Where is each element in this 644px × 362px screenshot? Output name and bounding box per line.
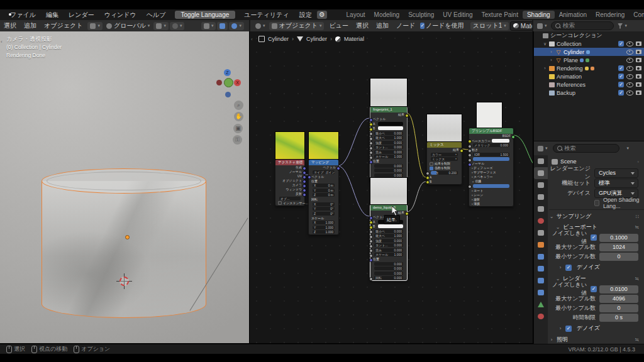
disable-render-icon[interactable] [636, 82, 641, 87]
node-value-field[interactable]: コント...0.000 [374, 145, 403, 149]
node-value-field[interactable]: 0.000 [374, 164, 403, 168]
properties-tab-output[interactable] [534, 179, 548, 191]
node-menu-3[interactable]: ノード [392, 21, 419, 30]
node-value-field[interactable]: 最大ベ1.000 [374, 234, 403, 238]
node-value-field[interactable]: 0.000 [374, 266, 403, 270]
node-row[interactable]: 0.000 [370, 266, 407, 271]
noise-threshold-checkbox[interactable]: ✓ [591, 234, 597, 241]
disable-render-icon[interactable] [636, 41, 641, 46]
exclude-checkbox[interactable]: ✓ [618, 82, 624, 87]
workspace-tab-shading[interactable]: Shading [523, 11, 555, 19]
prop-value-0 s[interactable]: 0 s [599, 314, 638, 322]
hide-eye-icon[interactable] [626, 66, 633, 71]
section-サンプリング[interactable]: ⌄サンプリング⁞⁞ [549, 211, 644, 222]
node-row[interactable]: X0° [309, 202, 338, 207]
node-row[interactable]: Z0° [309, 212, 338, 216]
toggle-language-button[interactable]: Toggle Language [175, 11, 236, 19]
node-row[interactable]: 結果を制限 [427, 162, 462, 166]
hide-eye-icon[interactable] [626, 90, 633, 96]
node-value-field[interactable]: Z1.000 [313, 230, 335, 234]
node-row[interactable]: 0.000 [370, 262, 407, 266]
node-value-field[interactable]: IOR1.500 [473, 153, 509, 156]
proportional-edit-dropdown[interactable]: ▾ [170, 22, 185, 30]
node-row[interactable]: カラー▾ [427, 153, 462, 157]
lock-view-icon[interactable]: ⚿ [233, 135, 242, 145]
transform-orientation-dropdown[interactable]: グローバル ▾ [104, 22, 152, 30]
node-value-field[interactable]: 0.000 [374, 173, 403, 177]
node-dropdown[interactable]: タイプ: ポイント▾ [313, 170, 335, 174]
node-value-field[interactable]: Z0° [313, 212, 335, 216]
node-slider[interactable]: アルファ1.000 [473, 157, 509, 161]
node-row[interactable]: 反射 [275, 192, 304, 196]
node-row[interactable]: タイプ: ポイント▾ [309, 170, 338, 175]
addon-menu-1[interactable]: 設定 [294, 11, 317, 19]
exclude-checkbox[interactable]: ✓ [618, 41, 624, 47]
settings-gear-icon[interactable]: ⚙ [317, 11, 327, 19]
node-row[interactable]: スケール1.000 [370, 253, 407, 257]
region-collapse-arrow[interactable]: ‹ [1, 39, 3, 45]
node-row[interactable]: 0.000 [370, 168, 407, 173]
workspace-tab-layout[interactable]: Layout [342, 11, 370, 19]
node-row[interactable]: ベクトル [309, 175, 338, 179]
node-row[interactable]: 結果 [427, 148, 462, 152]
node-header[interactable]: マッピング [309, 160, 338, 165]
hide-eye-icon[interactable] [626, 41, 633, 47]
node-row[interactable]: 係数0.200 [427, 171, 462, 175]
workspace-tab-compositing[interactable]: Compositing [629, 11, 644, 19]
node-value-field[interactable]: Y0° [313, 207, 335, 211]
workspace-tab-sculpting[interactable]: Sculpting [404, 11, 438, 19]
node-value-field[interactable]: 強度0.000 [374, 141, 403, 145]
workspace-tab-uv-editing[interactable]: UV Editing [438, 11, 477, 19]
node-row[interactable]: 0.000 [370, 272, 407, 276]
node-menu-0[interactable]: ビュー [325, 21, 352, 30]
node-value-field[interactable]: コント...0.000 [374, 243, 403, 247]
node-row[interactable]: A [427, 175, 462, 180]
node-slider[interactable]: 係数0.200 [431, 171, 458, 175]
node-checkbox[interactable] [430, 162, 433, 166]
node-row[interactable]: 最小ベ0.000 [370, 229, 407, 234]
node-value-field[interactable]: スケール1.000 [374, 155, 403, 158]
node-header[interactable]: プリンシプルBSDF [469, 128, 513, 134]
prop-select-レンダーエンジン[interactable]: Cycles [594, 168, 638, 178]
node-header[interactable]: ミックス [427, 142, 462, 148]
node-value-field[interactable]: 回転0.000 [374, 276, 403, 280]
noise-threshold-checkbox[interactable]: ✓ [591, 286, 597, 292]
xray-toggle[interactable] [217, 22, 228, 30]
prop-value-4096[interactable]: 4096 [599, 295, 638, 303]
node-value-field[interactable]: 最小ベ0.000 [374, 229, 403, 233]
node-row[interactable]: 回転 [309, 197, 338, 202]
properties-tab-view-layer[interactable] [534, 191, 548, 203]
addon-menu-0[interactable]: ユーティリティ [239, 11, 294, 19]
node-row[interactable]: B [370, 126, 407, 131]
node-row[interactable]: BSDF [469, 134, 513, 138]
workspace-tab-modeling[interactable]: Modeling [370, 11, 404, 19]
region-collapse-arrow[interactable]: ‹ [251, 36, 253, 42]
outliner-row-Plane[interactable]: ›▽Plane [534, 56, 644, 64]
node-checkbox[interactable] [430, 167, 433, 170]
node-row[interactable]: › シーン [469, 193, 513, 197]
snap-dropdown[interactable]: ▾ [153, 22, 169, 30]
viewport-menu-2[interactable]: オブジェクト [40, 21, 86, 30]
node-row[interactable]: › 放射 [469, 197, 513, 202]
material-slot-dropdown[interactable]: スロット1▾ [470, 22, 509, 30]
disable-render-icon[interactable] [636, 50, 641, 54]
glass-cylinder-object[interactable] [42, 168, 206, 319]
node-row[interactable]: IOR1.500 [469, 153, 513, 157]
outliner-display-mode[interactable]: ▾ [535, 22, 550, 30]
outliner-filter[interactable]: ▾ [615, 22, 630, 30]
node-value-field[interactable]: X0° [313, 202, 335, 206]
node-value-field[interactable]: 強度0.000 [374, 239, 403, 243]
properties-tab-data[interactable] [534, 299, 548, 310]
properties-search[interactable]: 検索 [553, 144, 619, 153]
node-menu-2[interactable]: 追加 [372, 21, 392, 30]
color-swatch[interactable] [378, 122, 403, 126]
workspace-tab-texture-paint[interactable]: Texture Paint [477, 11, 523, 19]
outliner-row-Animation[interactable]: Animation✓ [534, 72, 644, 80]
node-row[interactable]: ウェイト1.000 [469, 184, 513, 189]
node-row[interactable]: Y0° [309, 207, 338, 211]
node-row[interactable]: コント...0.000 [370, 145, 407, 150]
node-fingerprint_1[interactable]: fingerprint_1結果ベクトルAB最小ベ0.000最大ベ1.000強度0… [370, 106, 408, 183]
node-value-field[interactable]: 最大ベ1.000 [374, 136, 403, 140]
node-row[interactable]: › スペキュラー [469, 175, 513, 179]
outliner-row-Cylinder[interactable]: ›▽Cylinder [534, 48, 644, 56]
